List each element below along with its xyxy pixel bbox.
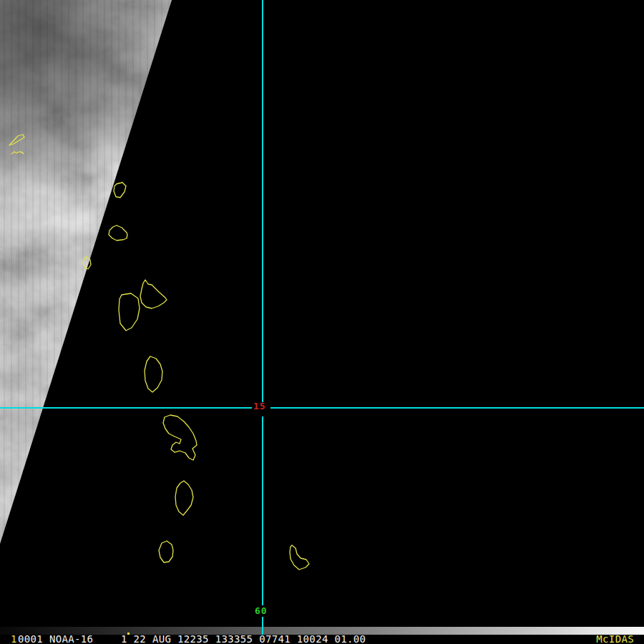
mcidas-brand-label: McIDAS xyxy=(596,635,634,644)
island-outline-montserrat xyxy=(83,257,91,269)
image-label: 0001 NOAA-16 xyxy=(18,635,93,644)
island-outline-guadeloupe-grande-terre xyxy=(140,280,167,308)
longitude-label: 60 xyxy=(255,606,268,615)
island-outline-barbados xyxy=(290,545,309,570)
crosshair-vertical-line[interactable] xyxy=(262,617,263,635)
island-outline-guadeloupe-basse-terre xyxy=(119,293,140,331)
map-overlay xyxy=(0,0,644,627)
island-outline-st-martin xyxy=(9,135,24,145)
status-bar: 1 0001 NOAA-16 1 22 AUG 12235 133355 077… xyxy=(0,635,644,644)
island-outline-barbuda xyxy=(114,182,126,197)
crosshair-vertical-line[interactable] xyxy=(262,0,263,402)
latitude-label: 15 xyxy=(253,401,266,411)
crosshair-horizontal-line[interactable] xyxy=(270,407,644,409)
island-outline-martinique xyxy=(163,415,197,460)
island-outline-dominica xyxy=(145,356,162,392)
island-outline-st-lucia xyxy=(175,481,193,515)
island-outline-anguilla-coast xyxy=(11,152,24,154)
mcidas-display-window: 15 60 1 0001 NOAA-16 1 22 AUG 12235 1333… xyxy=(0,0,644,644)
island-outline-antigua xyxy=(109,225,127,240)
island-outline-st-vincent xyxy=(159,541,173,562)
crosshair-vertical-line[interactable] xyxy=(262,416,263,605)
frame-number[interactable]: 1 xyxy=(11,635,17,644)
satellite-image-viewport[interactable]: 15 60 xyxy=(0,0,644,627)
scan-info: 1 22 AUG 12235 133355 07741 10024 01.00 xyxy=(121,635,366,644)
crosshair-horizontal-line[interactable] xyxy=(0,407,252,409)
cursor-position-tick xyxy=(127,633,130,635)
